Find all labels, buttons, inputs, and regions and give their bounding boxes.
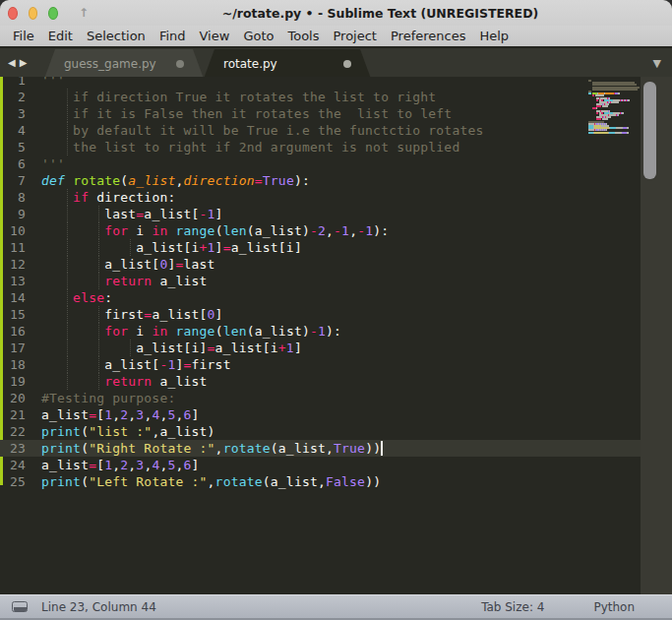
tab-scroll-left-icon[interactable]: ◀ xyxy=(8,56,16,69)
syntax-button[interactable]: Python xyxy=(593,600,635,614)
menu-item-find[interactable]: Find xyxy=(153,26,193,46)
line-number: 21 xyxy=(0,406,41,423)
code-line[interactable]: 3 if it is False then it rotates the lis… xyxy=(0,105,641,122)
code-line[interactable]: 16 for i in range(len(a_list)-1): xyxy=(0,323,641,340)
indent-guide xyxy=(67,206,68,222)
zoom-button[interactable] xyxy=(48,7,58,20)
code-line[interactable]: 7def rotate(a_list,direction=True): xyxy=(0,172,641,189)
line-number: 22 xyxy=(0,423,41,440)
minimap[interactable] xyxy=(588,80,640,134)
indent-guide xyxy=(67,306,68,323)
line-number: 25 xyxy=(0,473,41,490)
code-line[interactable]: 1''' xyxy=(0,77,641,89)
tab-scroll-right-icon[interactable]: ▶ xyxy=(20,56,28,69)
indent-guide xyxy=(67,256,68,273)
indent-guide xyxy=(98,256,99,273)
tab-modified-dot[interactable] xyxy=(343,60,351,68)
code-line[interactable]: 8 if direction: xyxy=(0,189,641,206)
code-line[interactable]: 24a_list=[1,2,3,4,5,6] xyxy=(0,457,641,473)
tab-rotate_py[interactable]: rotate.py xyxy=(204,49,371,79)
indent-guide xyxy=(67,356,68,373)
indent-guide xyxy=(67,373,68,390)
indent-guide xyxy=(67,323,68,340)
line-number: 10 xyxy=(0,222,41,239)
indent-guide xyxy=(67,89,68,105)
tab-overflow-icon[interactable]: ▼ xyxy=(653,57,661,70)
code-line[interactable]: 23print("Right Rotate :",rotate(a_list,T… xyxy=(0,440,641,457)
line-number: 1 xyxy=(0,77,41,89)
window-up-icon: ↑ xyxy=(79,7,89,19)
menu-item-file[interactable]: File xyxy=(6,26,41,46)
code-area[interactable]: 1'''2 if direction True it rotates the l… xyxy=(0,77,641,490)
line-number: 6 xyxy=(0,155,41,172)
menu-item-goto[interactable]: Goto xyxy=(236,26,280,46)
scrollbar-thumb[interactable] xyxy=(643,82,656,179)
tab-size-button[interactable]: Tab Size: 4 xyxy=(481,600,544,614)
code-line[interactable]: 21a_list=[1,2,3,4,5,6] xyxy=(0,406,641,423)
line-number: 19 xyxy=(0,373,41,390)
traffic-lights: ↑ xyxy=(0,7,89,20)
line-number: 15 xyxy=(0,306,41,323)
indent-guide xyxy=(67,122,68,139)
code-line[interactable]: 19 return a_list xyxy=(0,373,641,390)
line-number: 16 xyxy=(0,323,41,340)
tab-modified-dot[interactable] xyxy=(176,60,184,68)
panel-toggle-icon[interactable] xyxy=(12,601,28,612)
indent-guide xyxy=(130,239,131,256)
code-line[interactable]: 15 first=a_list[0] xyxy=(0,306,641,323)
cursor-position-label: Line 23, Column 44 xyxy=(41,600,156,614)
line-number: 11 xyxy=(0,239,41,256)
indent-guide xyxy=(98,239,99,256)
code-line[interactable]: 20#Testing purpose: xyxy=(0,390,641,406)
titlebar: ↑ ~/rotate.py • - Sublime Text (UNREGIST… xyxy=(0,0,672,26)
minimize-button[interactable] xyxy=(29,7,38,20)
indent-guide xyxy=(98,340,99,356)
code-line[interactable]: 13 return a_list xyxy=(0,273,641,289)
menubar: FileEditSelectionFindViewGotoToolsProjec… xyxy=(0,26,672,46)
line-number: 3 xyxy=(0,105,41,122)
code-line[interactable]: 25print("Left Rotate :",rotate(a_list,Fa… xyxy=(0,473,641,490)
code-line[interactable]: 6''' xyxy=(0,155,641,172)
scrollbar-track[interactable] xyxy=(641,77,672,594)
menu-item-view[interactable]: View xyxy=(193,26,237,46)
code-line[interactable]: 12 a_list[0]=last xyxy=(0,256,641,273)
line-number: 18 xyxy=(0,356,41,373)
line-number: 13 xyxy=(0,273,41,289)
line-number: 14 xyxy=(0,289,41,306)
window-title: ~/rotate.py • - Sublime Text (UNREGISTER… xyxy=(89,6,672,21)
line-number: 8 xyxy=(0,189,41,206)
menu-item-edit[interactable]: Edit xyxy=(41,26,80,46)
tab-label: rotate.py xyxy=(223,57,277,71)
code-line[interactable]: 11 a_list[i+1]=a_list[i] xyxy=(0,239,641,256)
indent-guide xyxy=(67,222,68,239)
statusbar: Line 23, Column 44 Tab Size: 4 Python xyxy=(0,594,672,620)
indent-guide xyxy=(98,373,99,390)
indent-guide xyxy=(67,139,68,155)
code-line[interactable]: 14 else: xyxy=(0,289,641,306)
menu-item-selection[interactable]: Selection xyxy=(80,26,153,46)
indent-guide xyxy=(67,189,68,206)
line-number: 2 xyxy=(0,89,41,105)
code-line[interactable]: 2 if direction True it rotates the list … xyxy=(0,89,641,105)
code-line[interactable]: 17 a_list[i]=a_list[i+1] xyxy=(0,340,641,356)
code-line[interactable]: 18 a_list[-1]=first xyxy=(0,356,641,373)
indent-guide xyxy=(67,105,68,122)
code-line[interactable]: 10 for i in range(len(a_list)-2,-1,-1): xyxy=(0,222,641,239)
line-number: 12 xyxy=(0,256,41,273)
editor[interactable]: 1'''2 if direction True it rotates the l… xyxy=(0,77,672,594)
sublime-window: ↑ ~/rotate.py • - Sublime Text (UNREGIST… xyxy=(0,0,672,620)
menu-item-tools[interactable]: Tools xyxy=(280,26,326,46)
menu-item-preferences[interactable]: Preferences xyxy=(384,26,472,46)
indent-guide xyxy=(98,206,99,222)
code-line[interactable]: 5 the list to right if 2nd argument is n… xyxy=(0,139,641,155)
code-line[interactable]: 4 by default it will be True i.e the fun… xyxy=(0,122,641,139)
line-number: 20 xyxy=(0,390,41,406)
menu-item-project[interactable]: Project xyxy=(326,26,383,46)
code-line[interactable]: 9 last=a_list[-1] xyxy=(0,206,641,222)
tab-guess_game_py[interactable]: guess_game.py xyxy=(44,49,204,79)
close-button[interactable] xyxy=(8,7,18,20)
text-cursor xyxy=(381,441,383,456)
indent-guide xyxy=(67,289,68,306)
code-line[interactable]: 22print("list :",a_list) xyxy=(0,423,641,440)
menu-item-help[interactable]: Help xyxy=(472,26,516,46)
